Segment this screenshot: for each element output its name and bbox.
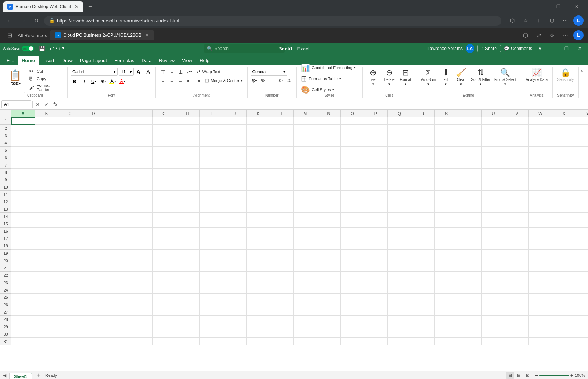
cell-X10[interactable] xyxy=(552,183,576,191)
cell-I20[interactable] xyxy=(200,257,223,264)
cell-S6[interactable] xyxy=(435,154,458,161)
cell-B25[interactable] xyxy=(35,294,58,301)
cell-F10[interactable] xyxy=(129,183,153,191)
row-number-28[interactable]: 28 xyxy=(0,316,11,323)
cell-E21[interactable] xyxy=(105,264,129,272)
cell-L21[interactable] xyxy=(270,264,294,272)
cell-D10[interactable] xyxy=(82,183,105,191)
cell-C29[interactable] xyxy=(58,323,82,330)
col-header-T[interactable]: T xyxy=(458,110,482,117)
cell-P4[interactable] xyxy=(364,139,388,147)
cell-G23[interactable] xyxy=(153,279,176,286)
cell-R10[interactable] xyxy=(411,183,435,191)
cell-C24[interactable] xyxy=(58,286,82,294)
cell-K9[interactable] xyxy=(247,176,270,183)
cell-Q4[interactable] xyxy=(388,139,411,147)
cell-S25[interactable] xyxy=(435,294,458,301)
bold-button[interactable]: B xyxy=(71,77,79,85)
cell-L4[interactable] xyxy=(270,139,294,147)
percent-button[interactable]: % xyxy=(259,76,267,85)
cell-B20[interactable] xyxy=(35,257,58,264)
cell-W9[interactable] xyxy=(529,176,552,183)
cell-S19[interactable] xyxy=(435,250,458,257)
cell-M14[interactable] xyxy=(294,213,317,220)
cell-G6[interactable] xyxy=(153,154,176,161)
cell-P6[interactable] xyxy=(364,154,388,161)
formula-confirm-icon[interactable]: ✓ xyxy=(43,101,50,108)
cell-P12[interactable] xyxy=(364,198,388,205)
cell-I5[interactable] xyxy=(200,147,223,154)
cell-N5[interactable] xyxy=(317,147,341,154)
font-color-dropdown-icon[interactable]: ▾ xyxy=(124,79,126,83)
cell-G14[interactable] xyxy=(153,213,176,220)
cell-H3[interactable] xyxy=(176,132,200,139)
cell-J11[interactable] xyxy=(223,191,247,198)
cell-W12[interactable] xyxy=(529,198,552,205)
cell-T11[interactable] xyxy=(458,191,482,198)
orientation-button[interactable]: ↗▾ xyxy=(185,68,193,76)
cell-U10[interactable] xyxy=(482,183,505,191)
cell-R17[interactable] xyxy=(411,235,435,242)
excel-search[interactable]: 🔍 Search xyxy=(204,44,285,53)
cell-P15[interactable] xyxy=(364,220,388,228)
cell-E13[interactable] xyxy=(105,205,129,213)
cell-G21[interactable] xyxy=(153,264,176,272)
cell-V20[interactable] xyxy=(505,257,529,264)
cell-D25[interactable] xyxy=(82,294,105,301)
cell-I26[interactable] xyxy=(200,301,223,308)
cell-C22[interactable] xyxy=(58,272,82,279)
cell-Y8[interactable] xyxy=(576,169,588,176)
cell-L7[interactable] xyxy=(270,161,294,169)
cell-W28[interactable] xyxy=(529,316,552,323)
menu-home[interactable]: Home xyxy=(18,56,39,65)
cell-J20[interactable] xyxy=(223,257,247,264)
cell-P18[interactable] xyxy=(364,242,388,250)
cell-Q5[interactable] xyxy=(388,147,411,154)
cell-K11[interactable] xyxy=(247,191,270,198)
cell-A3[interactable] xyxy=(11,132,35,139)
cell-R12[interactable] xyxy=(411,198,435,205)
cell-X13[interactable] xyxy=(552,205,576,213)
cell-M28[interactable] xyxy=(294,316,317,323)
cell-X4[interactable] xyxy=(552,139,576,147)
cell-T8[interactable] xyxy=(458,169,482,176)
zoom-in-button[interactable]: + xyxy=(570,372,573,378)
cell-W22[interactable] xyxy=(529,272,552,279)
cell-E25[interactable] xyxy=(105,294,129,301)
cell-Y4[interactable] xyxy=(576,139,588,147)
cell-U9[interactable] xyxy=(482,176,505,183)
cell-G15[interactable] xyxy=(153,220,176,228)
menu-file[interactable]: File xyxy=(3,56,18,65)
cell-G27[interactable] xyxy=(153,308,176,316)
cell-Q6[interactable] xyxy=(388,154,411,161)
cell-X16[interactable] xyxy=(552,228,576,235)
cell-K30[interactable] xyxy=(247,330,270,338)
cell-M10[interactable] xyxy=(294,183,317,191)
cell-S7[interactable] xyxy=(435,161,458,169)
wrap-text-button[interactable]: ↵ Wrap Text xyxy=(194,68,222,76)
cell-U15[interactable] xyxy=(482,220,505,228)
cell-O4[interactable] xyxy=(341,139,364,147)
cell-D11[interactable] xyxy=(82,191,105,198)
cell-F9[interactable] xyxy=(129,176,153,183)
cell-R20[interactable] xyxy=(411,257,435,264)
cell-F17[interactable] xyxy=(129,235,153,242)
cell-Q3[interactable] xyxy=(388,132,411,139)
cell-B30[interactable] xyxy=(35,330,58,338)
cell-H21[interactable] xyxy=(176,264,200,272)
menu-help[interactable]: Help xyxy=(196,56,213,65)
cell-E10[interactable] xyxy=(105,183,129,191)
cell-N8[interactable] xyxy=(317,169,341,176)
cell-C11[interactable] xyxy=(58,191,82,198)
cell-N12[interactable] xyxy=(317,198,341,205)
cell-D3[interactable] xyxy=(82,132,105,139)
cell-H16[interactable] xyxy=(176,228,200,235)
col-header-F[interactable]: F xyxy=(129,110,153,117)
cell-Q13[interactable] xyxy=(388,205,411,213)
cell-K12[interactable] xyxy=(247,198,270,205)
cell-R16[interactable] xyxy=(411,228,435,235)
cell-K23[interactable] xyxy=(247,279,270,286)
cell-A25[interactable] xyxy=(11,294,35,301)
cell-J8[interactable] xyxy=(223,169,247,176)
cell-A9[interactable] xyxy=(11,176,35,183)
